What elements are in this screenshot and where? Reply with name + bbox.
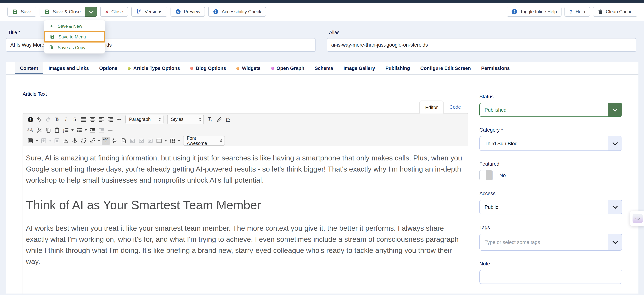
paragraph-select[interactable]: Paragraph <box>126 115 164 124</box>
dropdown-caret-icon[interactable] <box>85 129 87 131</box>
access-select[interactable]: Public <box>480 200 622 214</box>
tab-content[interactable]: Content <box>15 62 43 74</box>
tab-status-dot <box>236 67 239 70</box>
tags-select[interactable]: Type or select some tags <box>480 234 622 251</box>
add-column-icon[interactable] <box>40 137 48 145</box>
columns-icon[interactable] <box>26 137 34 145</box>
close-button[interactable]: × Close <box>100 7 128 17</box>
unlink-icon[interactable] <box>80 137 88 145</box>
menu-item-save-and-new[interactable]: + Save & New <box>44 21 105 31</box>
tab-article-type-options[interactable]: Article Type Options <box>122 62 185 74</box>
editor-help-icon[interactable]: ? <box>26 115 34 123</box>
tags-label: Tags <box>480 225 622 230</box>
bold-icon[interactable]: B <box>53 115 61 123</box>
status-field-group: Status Published <box>480 94 622 117</box>
tab-configure-edit-screen[interactable]: Configure Edit Screen <box>415 62 476 74</box>
font-select[interactable]: Font Awesome <box>183 136 225 146</box>
dropdown-caret-icon[interactable] <box>72 129 74 131</box>
featured-toggle[interactable] <box>480 170 493 180</box>
styles-select[interactable]: Styles <box>167 115 204 124</box>
category-select[interactable]: Third Sun Blog <box>480 136 622 151</box>
page-break-icon[interactable] <box>110 137 119 145</box>
menu-item-save-as-copy[interactable]: Save as Copy <box>44 43 105 52</box>
redo-icon[interactable] <box>44 115 52 123</box>
trash-icon <box>598 9 603 14</box>
accessibility-check-button[interactable]: Accessibility Check <box>208 7 266 17</box>
align-justify-icon[interactable] <box>80 115 88 123</box>
dropdown-caret-icon[interactable] <box>36 140 38 142</box>
help-icon: ? <box>570 9 572 14</box>
tab-blog-options[interactable]: Blog Options <box>185 62 231 74</box>
help-button-label: Help <box>576 9 585 14</box>
document-icon[interactable] <box>120 137 128 145</box>
tab-code-view[interactable]: Code <box>444 101 467 113</box>
paste-text-icon[interactable] <box>53 126 61 134</box>
select-value: Paragraph <box>129 117 151 122</box>
format-brush-icon[interactable] <box>215 115 223 123</box>
chevron-down-icon <box>89 9 94 13</box>
italic-icon[interactable]: I <box>62 115 70 123</box>
tab-options[interactable]: Options <box>94 62 122 74</box>
indent-icon[interactable] <box>88 126 96 134</box>
tab-schema[interactable]: Schema <box>310 62 338 74</box>
image-icon[interactable] <box>128 137 136 145</box>
menu-item-save-to-menu[interactable]: Save to Menu <box>45 32 104 41</box>
status-value: Published <box>480 103 608 116</box>
tab-widgets[interactable]: Widgets <box>231 62 266 74</box>
versions-icon <box>136 9 142 14</box>
preview-button[interactable]: Preview <box>170 7 205 17</box>
strikethrough-icon[interactable]: S <box>71 115 79 123</box>
blockquote-icon[interactable]: “ <box>115 115 123 123</box>
horizontal-rule-icon[interactable] <box>106 126 114 134</box>
image-remove-icon[interactable] <box>146 137 154 145</box>
outdent-icon[interactable] <box>97 126 106 134</box>
save-options-menu: + Save & New Save to Menu Save as Copy <box>44 20 105 54</box>
align-center-icon[interactable] <box>88 115 96 123</box>
tab-open-graph[interactable]: Open Graph <box>266 62 310 74</box>
save-and-close-label: Save & Close <box>53 9 81 14</box>
status-select[interactable]: Published <box>480 103 622 117</box>
save-button[interactable]: Save <box>8 7 36 17</box>
tab-permissions[interactable]: Permissions <box>476 62 515 74</box>
tab-editor-view[interactable]: Editor <box>420 101 444 113</box>
dropdown-caret-icon[interactable] <box>49 140 52 142</box>
save-options-toggle[interactable] <box>85 7 97 17</box>
undo-icon[interactable] <box>35 115 43 123</box>
anchor-icon[interactable] <box>71 137 79 145</box>
upload-icon[interactable] <box>62 137 70 145</box>
grid-icon[interactable] <box>168 137 176 145</box>
save-and-close-button[interactable]: Save & Close <box>40 7 85 17</box>
editor-content-area[interactable]: Sure, AI is amazing at finding informati… <box>23 146 468 294</box>
dropdown-caret-icon[interactable] <box>164 140 167 142</box>
extension-collapse-button[interactable]: >< <box>630 211 644 226</box>
spellcheck-icon[interactable]: ABC✓ <box>102 137 110 145</box>
editor-toolbar-row-2: AA123 <box>23 125 468 135</box>
cut-icon[interactable] <box>35 126 43 134</box>
special-character-icon[interactable]: Ω <box>224 115 232 123</box>
article-paragraph: Sure, AI is amazing at finding informati… <box>26 152 463 186</box>
font-size-icon[interactable]: AA <box>26 126 34 134</box>
delete-column-icon[interactable] <box>53 137 61 145</box>
tab-image-gallery[interactable]: Image Gallery <box>338 62 380 74</box>
table-icon[interactable] <box>155 137 163 145</box>
tab-images-and-links[interactable]: Images and Links <box>43 62 94 74</box>
versions-button[interactable]: Versions <box>131 7 167 17</box>
tab-label: Images and Links <box>48 65 89 71</box>
link-icon[interactable] <box>88 137 96 145</box>
clear-formatting-icon[interactable]: Tx <box>206 115 214 123</box>
clean-cache-button[interactable]: Clean Cache <box>593 7 637 17</box>
image-frame-icon[interactable] <box>137 137 145 145</box>
numbered-list-icon[interactable]: 123 <box>62 126 70 134</box>
align-right-icon[interactable] <box>106 115 114 123</box>
align-left-icon[interactable] <box>97 115 106 123</box>
help-button[interactable]: ? Help <box>565 7 590 17</box>
tab-publishing[interactable]: Publishing <box>380 62 415 74</box>
article-heading: Think of AI as Your Smartest Team Member <box>26 198 463 212</box>
bullet-list-icon[interactable] <box>75 126 83 134</box>
note-input[interactable] <box>480 270 622 284</box>
dropdown-caret-icon[interactable] <box>178 140 180 142</box>
dropdown-caret-icon[interactable] <box>98 140 100 142</box>
copy-icon[interactable] <box>44 126 52 134</box>
toggle-inline-help-button[interactable]: ? Toggle Inline Help <box>507 7 562 17</box>
alias-input[interactable] <box>327 38 636 52</box>
